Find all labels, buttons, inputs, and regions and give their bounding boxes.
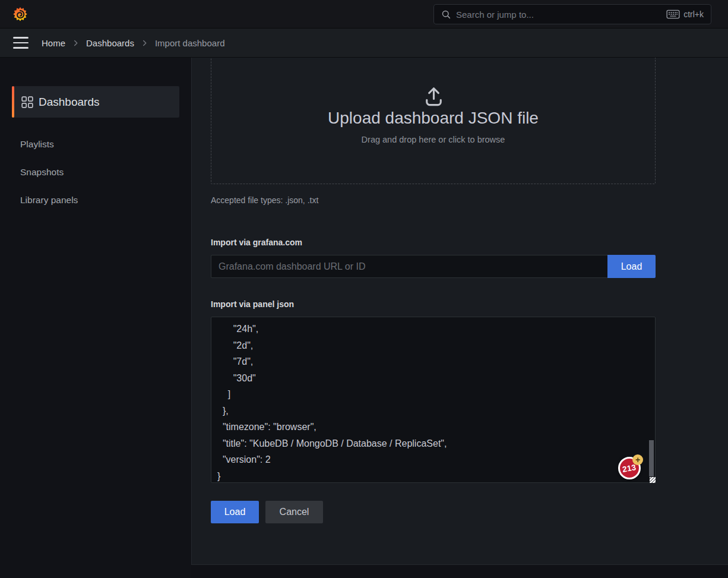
breadcrumb-bar: Home Dashboards Import dashboard: [0, 29, 728, 58]
grafana-logo-icon[interactable]: [12, 6, 29, 23]
search-shortcut: ctrl+k: [683, 10, 704, 19]
active-accent-bar: [12, 86, 14, 118]
upload-title: Upload dashboard JSON file: [211, 109, 655, 128]
chevron-right-icon: [142, 40, 147, 46]
badge-plus-icon: +: [632, 454, 643, 465]
breadcrumb: Home Dashboards Import dashboard: [42, 29, 224, 58]
sidebar-item-library-panels[interactable]: Library panels: [12, 188, 179, 213]
panel-json-area: [211, 317, 656, 483]
panel-json-input[interactable]: [211, 317, 656, 483]
import-gcom-label: Import via grafana.com: [211, 238, 302, 247]
sidebar: Dashboards Playlists Snapshots Library p…: [0, 58, 191, 578]
upload-icon: [420, 81, 448, 109]
cancel-button[interactable]: Cancel: [265, 501, 323, 523]
apps-grid-icon: [21, 96, 33, 108]
extension-count-badge[interactable]: 213 +: [618, 457, 641, 479]
sidebar-item-dashboards[interactable]: Dashboards: [12, 86, 179, 118]
keyboard-icon: [666, 10, 680, 19]
upload-dropzone[interactable]: Upload dashboard JSON file Drag and drop…: [211, 58, 656, 184]
import-dashboard-panel: Upload dashboard JSON file Drag and drop…: [191, 58, 728, 565]
sidebar-item-playlists[interactable]: Playlists: [12, 132, 179, 157]
search-placeholder: Search or jump to...: [456, 10, 661, 20]
textarea-scrollbar-thumb[interactable]: [649, 440, 654, 476]
sidebar-active-label: Dashboards: [39, 96, 99, 109]
search-input[interactable]: Search or jump to... ctrl+k: [433, 4, 711, 24]
gcom-load-button[interactable]: Load: [607, 255, 656, 278]
breadcrumb-current: Import dashboard: [155, 38, 225, 48]
top-bar: Search or jump to... ctrl+k: [0, 0, 728, 29]
import-json-label: Import via panel json: [211, 299, 294, 309]
accepted-file-types: Accepted file types: .json, .txt: [211, 195, 318, 205]
form-actions: Load Cancel: [211, 501, 323, 523]
breadcrumb-dashboards[interactable]: Dashboards: [86, 38, 134, 48]
import-gcom-row: Load: [211, 255, 656, 278]
menu-icon[interactable]: [13, 37, 29, 49]
search-icon: [441, 10, 451, 20]
breadcrumb-home[interactable]: Home: [42, 38, 65, 48]
gcom-url-input[interactable]: [211, 255, 607, 278]
textarea-resize-grip[interactable]: [650, 477, 656, 483]
sidebar-item-snapshots[interactable]: Snapshots: [12, 160, 179, 185]
load-button[interactable]: Load: [211, 501, 259, 523]
upload-subtitle: Drag and drop here or click to browse: [211, 135, 655, 144]
chevron-right-icon: [73, 40, 78, 46]
